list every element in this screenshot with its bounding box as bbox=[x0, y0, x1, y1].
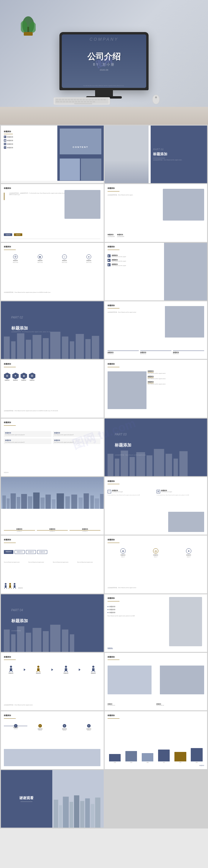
slide9-line bbox=[4, 367, 16, 367]
svg-rect-49 bbox=[43, 338, 49, 359]
slide5-icon4-desc: 添加文字内容 bbox=[86, 262, 91, 263]
slide11-block2-title: 标题添加 bbox=[54, 432, 99, 434]
slide-1-content: CONTENT 标题添加 标题添加 标题添加 标题添加 bbox=[1, 126, 104, 183]
svg-rect-125 bbox=[74, 795, 79, 828]
slide2-left-img bbox=[105, 126, 149, 183]
slide13-item3-line bbox=[69, 530, 100, 530]
svg-rect-45 bbox=[11, 341, 16, 359]
svg-rect-64 bbox=[173, 459, 178, 476]
slide23-city bbox=[52, 793, 104, 828]
svg-rect-75 bbox=[52, 499, 56, 509]
slide11-block3-desc: Demo Network and the original context pl… bbox=[5, 442, 50, 443]
slide9-hex3: ◈ 标题添加 bbox=[21, 373, 27, 381]
slide6-item2-icon: ▶ bbox=[108, 259, 111, 262]
slide16-icon1: ⊕ 标题添加 添加文字 bbox=[108, 548, 139, 557]
slide19-fig1: 标题添加 bbox=[9, 665, 13, 674]
slide23-white-line bbox=[21, 802, 32, 802]
slide9-hex4-icon: ⊞ bbox=[29, 373, 35, 379]
slide10-item3-desc: Demo Network and the original context bbox=[148, 383, 204, 385]
svg-rect-19 bbox=[91, 99, 94, 100]
slide13-item2-desc: 点击添加文字 bbox=[37, 531, 68, 532]
slide1-content-label: CONTENT bbox=[62, 146, 99, 148]
slide15-descs: Demo text Network and original context D… bbox=[4, 562, 100, 563]
slide20-desc2: 标题添加 Demo Network text bbox=[156, 703, 204, 706]
slide9-hex3-label: 标题添加 bbox=[21, 380, 26, 381]
slide11-block4-desc: Demo Network and the original context pl… bbox=[54, 442, 99, 443]
slide20-descs: 标题添加 Demo Network text 标题添加 Demo Network… bbox=[108, 703, 204, 706]
slide17-title: 标题添加 bbox=[11, 618, 28, 624]
slide3-badges: 标题添加 标题添加 bbox=[4, 233, 22, 236]
svg-rect-35 bbox=[90, 101, 92, 102]
slide22-bar5-label: 2022 bbox=[179, 762, 182, 763]
svg-rect-124 bbox=[69, 802, 73, 828]
svg-rect-13 bbox=[74, 99, 76, 100]
slide2-blue-panel: PART 01 标题添加 点击此处填写内容，Demo Network and t… bbox=[151, 126, 207, 183]
slide-10: 标题添加 标题添加 Demo Network and the original … bbox=[105, 360, 207, 417]
slide20-photo1 bbox=[108, 665, 152, 694]
slide-15: 标题添加 标题添加 标题添加 标题添加 标题添加 Demo text Netwo… bbox=[1, 535, 104, 593]
slide10-item1-title: 标题添加 bbox=[148, 370, 204, 372]
slide21-step3-desc: 添加内容 bbox=[63, 730, 66, 731]
slide4-sub1-title: 标题添加 bbox=[108, 234, 115, 236]
slide1-item1: 标题添加 bbox=[4, 136, 57, 138]
slide8-sub2: 标题添加 Demo text here bbox=[140, 350, 172, 354]
slide16-icons: ⊕ 标题添加 添加文字 ◎ 标题添加 添加文字 ✦ 标题添加 添加文字 bbox=[108, 548, 204, 557]
slide7-desc: 点击此处填写内容，Demo Network and the original c… bbox=[11, 331, 83, 333]
slide15-title: 标题添加 bbox=[4, 538, 11, 541]
slide14-icon1: ⚐ bbox=[108, 490, 111, 493]
slide-19: 标题添加 标题添加 标题添加 标题添加 bbox=[1, 653, 104, 710]
slide-5: 标题添加 ⚙ 标题添加 添加文字内容 ◆ 标题添加 添加文字内容 ☆ 标题添加 … bbox=[1, 243, 104, 301]
slide6-item1-icon: ▶ bbox=[108, 254, 111, 257]
svg-rect-97 bbox=[11, 634, 16, 652]
slide1-text3: 标题添加 bbox=[7, 143, 13, 145]
slide1-text2: 标题添加 bbox=[7, 140, 13, 141]
slide22-bar3-fill bbox=[142, 753, 153, 762]
slide10-title: 标题添加 bbox=[108, 363, 115, 365]
svg-point-105 bbox=[10, 665, 12, 668]
slide16-desc: 点击此处填写内容，Demo Network and the original c… bbox=[108, 587, 204, 589]
slide-23-thankyou: 谢谢观看 bbox=[1, 770, 104, 828]
svg-line-86 bbox=[4, 588, 5, 589]
slide21-step4-desc: 添加内容 bbox=[87, 730, 91, 731]
slide14-col1-text: 标题添加 Demo Network and original bbox=[112, 490, 123, 493]
slide6-img bbox=[164, 243, 207, 301]
slide21-step2-circle: 2 bbox=[38, 724, 42, 727]
slide4-img bbox=[163, 189, 204, 221]
slide18-link-text: 标题添加 › bbox=[108, 647, 113, 649]
svg-rect-53 bbox=[76, 334, 84, 359]
svg-point-88 bbox=[9, 583, 11, 585]
slide13-item3-desc: 点击添加文字 bbox=[69, 531, 100, 532]
slide5-icon4-label: 标题添加 bbox=[86, 260, 91, 261]
slide20-title: 标题添加 bbox=[108, 656, 115, 658]
slide15-badges: 标题添加 标题添加 标题添加 标题添加 bbox=[4, 550, 100, 554]
slide-2-part01: PART 01 标题添加 点击此处填写内容，Demo Network and t… bbox=[105, 126, 207, 183]
slide15-badge2: 标题添加 bbox=[14, 550, 25, 554]
slide12-desc: 点击此处填写内容，Demo Network and the original c… bbox=[115, 454, 187, 456]
svg-point-113 bbox=[65, 665, 67, 668]
svg-rect-122 bbox=[59, 805, 62, 828]
slide15-badge4: 标题添加 bbox=[37, 550, 47, 554]
slide16-circle3: ✦ bbox=[186, 548, 191, 554]
svg-rect-9 bbox=[62, 99, 64, 100]
slide12-city-bg bbox=[105, 447, 207, 476]
slide15-line bbox=[4, 542, 16, 543]
slide18-line bbox=[108, 601, 119, 601]
slide5-icon3-label: 标题添加 bbox=[62, 260, 67, 261]
svg-rect-78 bbox=[71, 495, 77, 509]
slide11-block1-title: 标题添加 bbox=[5, 432, 50, 434]
slide19-fig3: 标题添加 bbox=[64, 665, 68, 674]
svg-rect-52 bbox=[70, 341, 74, 359]
slide11-blocks: 标题添加 Demo Network and the original conte… bbox=[4, 431, 100, 444]
slide3-badge1: 标题添加 bbox=[4, 233, 12, 236]
slide9-hex4: ⊞ 标题添加 bbox=[29, 373, 35, 381]
slide18-item2: 标题添加 bbox=[108, 609, 169, 610]
slide14-two-cols: ⚐ 标题添加 Demo Network and original For thi… bbox=[108, 490, 204, 496]
slide16-title: 标题添加 bbox=[108, 538, 115, 541]
slide18-title: 标题添加 bbox=[108, 597, 115, 600]
slide-4: 标题添加 点击此处填写内容，Demo Network and the origi… bbox=[105, 184, 207, 242]
slide5-circle3: ☆ bbox=[62, 254, 67, 259]
slide2-img-overlay bbox=[105, 160, 149, 183]
slide6-item2: ▶ 标题添加 Demo Network and the original bbox=[108, 259, 164, 262]
slide14-icon2: ✿ bbox=[157, 490, 160, 493]
slide18-list: 标题添加 标题添加 标题添加 Demo Network and the orig… bbox=[108, 606, 169, 617]
